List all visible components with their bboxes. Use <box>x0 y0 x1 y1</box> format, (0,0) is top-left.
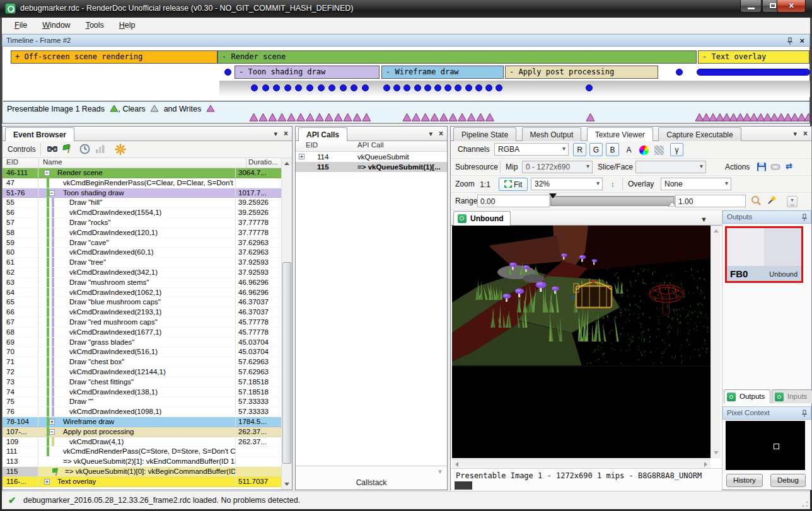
panel-menu-icon[interactable]: ▾ <box>429 130 432 137</box>
menu-tools[interactable]: Tools <box>78 18 112 33</box>
tab-api-calls[interactable]: API Calls <box>298 127 347 142</box>
debug-button[interactable]: Debug <box>770 474 806 487</box>
event-dot[interactable] <box>475 84 482 91</box>
table-row[interactable]: 60vkCmdDrawIndexed(60,1)37.62963 <box>3 248 281 258</box>
stats-icon[interactable] <box>95 144 107 155</box>
tab-pipeline-state[interactable]: Pipeline State <box>453 127 516 141</box>
minimize-button[interactable] <box>740 0 762 13</box>
table-row[interactable]: 68vkCmdDrawIndexed(1677,1)45.77778 <box>3 328 281 338</box>
checkerboard-icon[interactable] <box>652 143 666 156</box>
zoom-percent-dropdown[interactable]: 32% <box>531 178 603 190</box>
resize-grip[interactable] <box>802 501 808 507</box>
event-browser-column-header[interactable]: EIDNameDuratio... <box>3 158 281 168</box>
table-row[interactable]: 57Draw "rocks"37.77778 <box>3 218 281 228</box>
mip-dropdown[interactable]: 0 - 1272x690 <box>522 161 593 173</box>
texture-vertical-scrollbar[interactable] <box>710 226 721 458</box>
table-row[interactable]: 66vkCmdDrawIndexed(2193,1)46.37037 <box>3 307 281 318</box>
slice-face-dropdown[interactable] <box>635 161 706 173</box>
event-dot[interactable] <box>383 84 390 91</box>
tab-capture-executable[interactable]: Capture Executable <box>658 127 741 141</box>
table-row[interactable]: 56vkCmdDrawIndexed(1554,1)39.25926 <box>3 208 281 218</box>
range-slider[interactable] <box>550 196 675 206</box>
event-dot[interactable] <box>306 84 313 91</box>
event-dot[interactable] <box>424 84 431 91</box>
time-draws-clock-icon[interactable] <box>79 144 91 155</box>
refresh-icon[interactable]: ⇄ <box>786 161 797 173</box>
table-row[interactable]: 58vkCmdDrawIndexed(120,1)37.77778 <box>3 228 281 238</box>
table-row[interactable]: 76vkCmdDrawIndexed(1098,1)57.33333 <box>3 407 281 417</box>
tree-expand-icon[interactable]: + <box>49 419 55 425</box>
event-dot-run[interactable] <box>697 69 810 76</box>
table-row[interactable]: 113=> vkQueueSubmit(2)[1]: vkEndCommandB… <box>3 457 281 467</box>
table-row[interactable]: 72vkCmdDrawIndexed(12144,1)57.62963 <box>3 367 281 377</box>
timeline-marker-post[interactable]: - Apply post processing <box>505 66 658 79</box>
event-dot[interactable] <box>586 84 593 91</box>
table-row[interactable]: 63Draw "mushroom stems"46.96296 <box>3 278 281 288</box>
table-row[interactable]: 65Draw "blue mushroom caps"46.37037 <box>3 297 281 307</box>
save-icon[interactable] <box>757 162 768 173</box>
autofit-wand-icon[interactable] <box>766 195 777 207</box>
table-row[interactable]: 71Draw "chest box"57.62963 <box>3 357 281 367</box>
pin-icon[interactable] <box>801 214 808 222</box>
tree-expand-icon[interactable]: − <box>49 429 55 435</box>
event-dot[interactable] <box>434 84 441 91</box>
find-icon[interactable] <box>47 144 58 155</box>
table-row[interactable]: 75Draw ""57.33333 <box>3 397 281 407</box>
channel-b-button[interactable]: B <box>606 143 619 156</box>
tab-mesh-output[interactable]: Mesh Output <box>522 127 582 141</box>
close-icon[interactable]: × <box>439 129 443 138</box>
event-dot[interactable] <box>251 84 258 91</box>
table-row[interactable]: 55Draw "hill"39.25926 <box>3 198 281 208</box>
chevron-down-icon[interactable]: ▼ <box>700 215 707 223</box>
tab-texture-viewer[interactable]: Texture Viewer <box>587 127 653 142</box>
channel-g-button[interactable]: G <box>589 143 603 156</box>
history-button[interactable]: History <box>726 474 763 487</box>
range-min-input[interactable]: 0.00 <box>477 195 550 207</box>
table-row[interactable]: 70vkCmdDrawIndexed(516,1)45.03704 <box>3 347 281 357</box>
fb0-thumbnail[interactable]: FB0 Unbound <box>725 226 803 283</box>
event-dot[interactable] <box>284 84 291 91</box>
api-calls-column-header[interactable]: EIDAPI Call <box>296 141 447 152</box>
zoom-range-icon[interactable] <box>751 195 762 207</box>
table-row[interactable]: 61Draw "tree"37.92593 <box>3 258 281 268</box>
range-black-point-handle[interactable] <box>549 193 557 198</box>
table-row[interactable]: 107-...−Apply post processing262.37... <box>3 427 281 437</box>
zoom-1to1-button[interactable]: 1:1 <box>478 178 492 191</box>
tab-event-browser[interactable]: Event Browser <box>5 127 74 142</box>
close-icon[interactable]: × <box>284 129 288 138</box>
tree-expand-icon[interactable]: + <box>299 154 304 159</box>
menu-window[interactable]: Window <box>35 18 78 33</box>
channel-r-button[interactable]: R <box>573 143 586 156</box>
menu-help[interactable]: Help <box>112 18 143 33</box>
panel-menu-icon[interactable]: ▾ <box>793 130 797 137</box>
table-row[interactable]: 59Draw "cave"37.62963 <box>3 238 281 248</box>
table-row[interactable]: 46-111−Render scene3064.7... <box>3 168 281 178</box>
tree-expand-icon[interactable]: + <box>44 479 50 485</box>
table-row[interactable]: 64vkCmdDrawIndexed(1062,1)46.96296 <box>3 288 281 298</box>
timeline-marker-text-overlay[interactable]: - Text overlay <box>698 50 809 64</box>
event-dot[interactable] <box>340 84 347 91</box>
channels-dropdown[interactable]: RGBA <box>494 143 569 156</box>
table-row[interactable]: 115=> vkQueueSubmit(1)[0]: vkBeginComman… <box>3 467 281 477</box>
table-row[interactable]: 67Draw "red mushroom caps"45.77778 <box>3 318 281 328</box>
table-row[interactable]: 111vkCmdEndRenderPass(C=Store, D=Store, … <box>3 447 281 457</box>
table-row[interactable]: +114vkQueueSubmit <box>296 152 447 162</box>
table-row[interactable]: 116-...+Text overlay511.7037 <box>3 477 281 487</box>
table-row[interactable]: 73Draw "chest fittings"57.18518 <box>3 377 281 388</box>
link-icon[interactable] <box>770 162 782 173</box>
table-row[interactable]: 62vkCmdDrawIndexed(342,1)37.92593 <box>3 268 281 278</box>
range-max-input[interactable]: 1.00 <box>675 195 746 207</box>
event-dot[interactable] <box>676 69 683 76</box>
close-icon[interactable]: × <box>803 129 808 138</box>
event-dot[interactable] <box>414 84 421 91</box>
table-row[interactable]: 78-104+Wireframe draw1784.5... <box>3 417 281 427</box>
event-dot[interactable] <box>318 84 325 91</box>
event-dot[interactable] <box>485 84 492 91</box>
tree-expand-icon[interactable]: − <box>49 190 55 196</box>
panel-menu-icon[interactable]: ▾ <box>274 130 277 137</box>
table-row[interactable]: 51-76−Toon shading draw1017.7... <box>3 188 281 198</box>
event-dot[interactable] <box>465 84 472 91</box>
event-dot[interactable] <box>362 84 369 91</box>
table-row[interactable]: 74vkCmdDrawIndexed(138,1)57.18518 <box>3 388 281 398</box>
tab-outputs[interactable]: Outputs <box>724 389 770 403</box>
